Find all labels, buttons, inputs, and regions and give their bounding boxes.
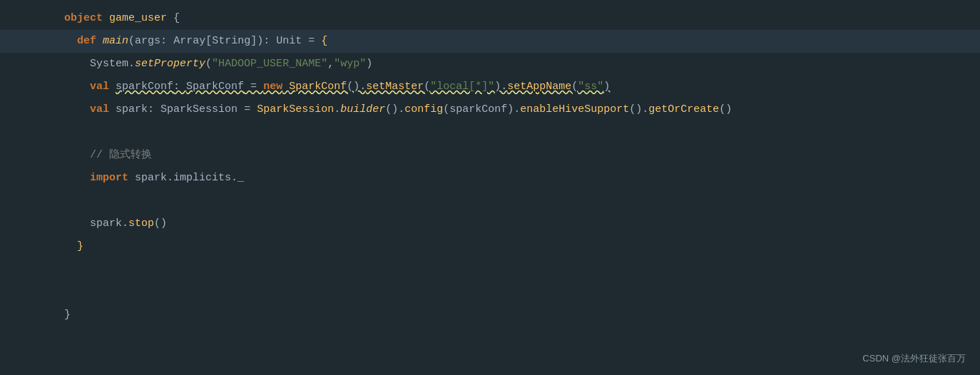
code-line-5: val spark: SparkSession = SparkSession.b… [0, 98, 980, 121]
code-line-8: import spark.implicits._ [0, 167, 980, 190]
line-14-content: } [26, 281, 980, 349]
keyword-val-2: val [90, 103, 109, 115]
code-editor: object game_user { def main(args: Array[… [0, 0, 980, 375]
keyword-import: import [90, 172, 128, 184]
type-sparksession: SparkSession [160, 103, 238, 115]
enable-hive: enableHiveSupport [520, 103, 629, 115]
code-line-12 [0, 258, 980, 281]
code-line-11: } [0, 235, 980, 258]
watermark: CSDN @法外狂徒张百万 [862, 352, 966, 365]
close-brace-inner: } [77, 240, 83, 252]
line-12-content [26, 258, 980, 281]
config-method: config [404, 103, 443, 115]
get-or-create: getOrCreate [648, 103, 719, 115]
builder-method: builder [340, 103, 385, 115]
sparksession-class: SparkSession [257, 103, 334, 115]
code-line-14: } [0, 304, 980, 327]
